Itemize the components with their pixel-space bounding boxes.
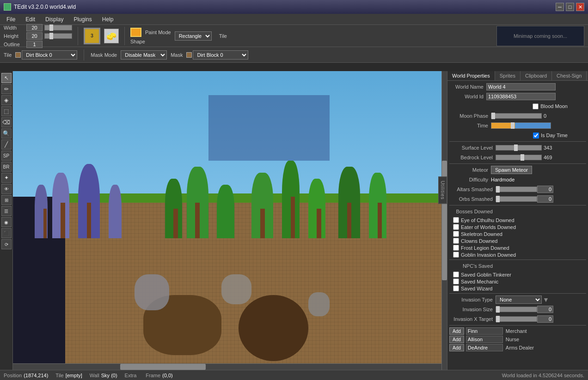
world-id-input[interactable] (486, 93, 556, 100)
outline-input[interactable] (26, 41, 43, 48)
boss-row-3: Clowns Downed (453, 238, 586, 244)
altars-smashed-slider[interactable] (496, 187, 537, 192)
color-picker-button[interactable]: 3 (84, 28, 100, 44)
boss-eow-checkbox[interactable] (453, 224, 459, 230)
boss-clowns-checkbox[interactable] (453, 238, 459, 244)
npc-name-input-0[interactable] (466, 327, 503, 335)
tool-pencil[interactable]: ✏ (1, 84, 12, 94)
boss-eye-checkbox[interactable] (453, 217, 459, 223)
orbs-smashed-label: Orbs Smashed (449, 196, 496, 202)
surface-level-label: Surface Level (449, 145, 496, 151)
boss-frost-label: Frost Legion Downed (461, 245, 509, 251)
npc-name-input-1[interactable] (466, 336, 503, 343)
altars-smashed-label: Altars Smashed (449, 187, 496, 192)
minimize-button[interactable]: ─ (556, 3, 564, 11)
mask-mode-dropdown[interactable]: Disable Mask Enable Mask (121, 50, 167, 60)
eraser-icon[interactable]: 🧽 (104, 29, 119, 43)
npc-saved-row-1: Saved Mechanic (453, 278, 586, 284)
mask-label: Mask (171, 52, 183, 58)
world-name-input[interactable] (486, 83, 556, 90)
wall-value: Sky (0) (101, 373, 117, 378)
invasion-size-slider[interactable] (496, 307, 537, 312)
npc-add-button-0[interactable]: Add (449, 327, 464, 335)
boss-eow-label: Eater of Worlds Downed (461, 224, 516, 230)
width-input[interactable] (26, 24, 43, 31)
npc-wizard-checkbox[interactable] (453, 285, 459, 291)
status-wall: Wall Sky (0) (90, 373, 117, 378)
time-slider[interactable] (491, 122, 551, 129)
frame-label: Frame (146, 373, 160, 378)
surface-level-slider[interactable] (496, 145, 542, 151)
tab-sprites[interactable]: Sprites (495, 71, 521, 80)
maximize-button[interactable]: □ (566, 3, 574, 11)
tool-brush[interactable]: BR (1, 162, 12, 172)
npc-goblin-checkbox[interactable] (453, 271, 459, 277)
altars-smashed-input[interactable] (537, 186, 553, 193)
menu-help[interactable]: Help (98, 15, 118, 24)
menu-display[interactable]: Display (41, 15, 68, 24)
paint-mode-label: Paint Mode (145, 30, 171, 35)
status-tile: Tile [empty] (55, 373, 82, 378)
invasion-x-slider[interactable] (496, 316, 537, 322)
is-day-time-checkbox[interactable] (533, 133, 539, 139)
tool-line[interactable]: ╱ (1, 139, 12, 150)
blood-moon-checkbox[interactable] (533, 103, 539, 109)
tool-wand[interactable]: ✦ (1, 173, 12, 183)
tool-eye[interactable]: 👁 (1, 184, 12, 194)
npc-type-1: Nurse (506, 337, 519, 342)
divider-5 (449, 293, 586, 294)
tool-spray[interactable]: SP (1, 151, 12, 161)
menu-file[interactable]: File (2, 15, 20, 24)
boss-row-2: Skeletron Downed (453, 231, 586, 237)
tab-chest-sign[interactable]: Chest-Sign (552, 71, 587, 80)
menu-edit[interactable]: Edit (21, 15, 40, 24)
tile-dropdown[interactable]: Dirt Block 0 (22, 50, 77, 60)
npc-saved-row-2: Saved Wizard (453, 285, 586, 291)
tool-eraser[interactable]: ⌫ (1, 117, 12, 127)
status-position: Position (1874,214) (4, 373, 48, 378)
npcs-saved-list: Saved Goblin Tinkerer Saved Mechanic Sav… (453, 271, 586, 291)
width-slider[interactable] (44, 25, 72, 30)
status-extra: Extra (125, 373, 139, 378)
paint-mode-swatch[interactable] (130, 28, 141, 37)
tool-morph[interactable]: ⟳ (1, 239, 12, 249)
tool-special1[interactable]: ⊞ (1, 195, 12, 205)
tab-world-properties[interactable]: World Properties (447, 71, 495, 80)
invasion-size-input[interactable] (537, 306, 553, 313)
height-input[interactable] (26, 32, 43, 40)
tool-zoom[interactable]: 🔍 (1, 128, 12, 139)
boss-row-5: Goblin Invasion Downed (453, 252, 586, 258)
orbs-smashed-row: Orbs Smashed (449, 195, 586, 203)
blood-moon-row: Blood Moon (449, 102, 568, 110)
close-button[interactable]: ✕ (576, 3, 584, 11)
tile-section-label: Tile (4, 52, 12, 58)
spawn-meteor-button[interactable]: Spawn Meteor (491, 166, 532, 174)
npc-mechanic-checkbox[interactable] (453, 278, 459, 284)
menu-plugins[interactable]: Plugins (69, 15, 96, 24)
invasion-type-dropdown[interactable]: None Goblin Army Frost Legion (496, 296, 542, 304)
invasion-x-input[interactable] (537, 315, 553, 323)
tool-special2[interactable]: ☰ (1, 206, 12, 216)
tool-arrow[interactable]: ↖ (1, 73, 12, 83)
tool-special3[interactable]: ◉ (1, 217, 12, 227)
tile-status-label: Tile (55, 373, 63, 378)
orbs-smashed-slider[interactable] (496, 196, 537, 202)
bedrock-level-slider[interactable] (496, 155, 542, 160)
moon-phase-slider[interactable] (491, 113, 542, 119)
shape-dropdown[interactable]: Rectangle Ellipse (175, 31, 212, 41)
mask-dropdown[interactable]: Dirt Block 0 (193, 50, 248, 60)
npc-name-input-2[interactable] (466, 344, 503, 351)
boss-frost-checkbox[interactable] (453, 245, 459, 251)
npc-add-button-2[interactable]: Add (449, 344, 464, 351)
utilities-tab[interactable]: Utilities (438, 176, 447, 204)
boss-goblin-checkbox[interactable] (453, 252, 459, 258)
tool-special4[interactable]: ⬛ (1, 228, 12, 238)
orbs-smashed-input[interactable] (537, 195, 553, 203)
canvas-area[interactable] (13, 71, 447, 370)
tool-select[interactable]: ⬚ (1, 106, 12, 116)
tab-clipboard[interactable]: Clipboard (521, 71, 552, 80)
height-slider[interactable] (44, 33, 72, 39)
npc-add-button-1[interactable]: Add (449, 336, 464, 343)
boss-skeletron-checkbox[interactable] (453, 231, 459, 237)
tool-fill[interactable]: ◈ (1, 95, 12, 105)
